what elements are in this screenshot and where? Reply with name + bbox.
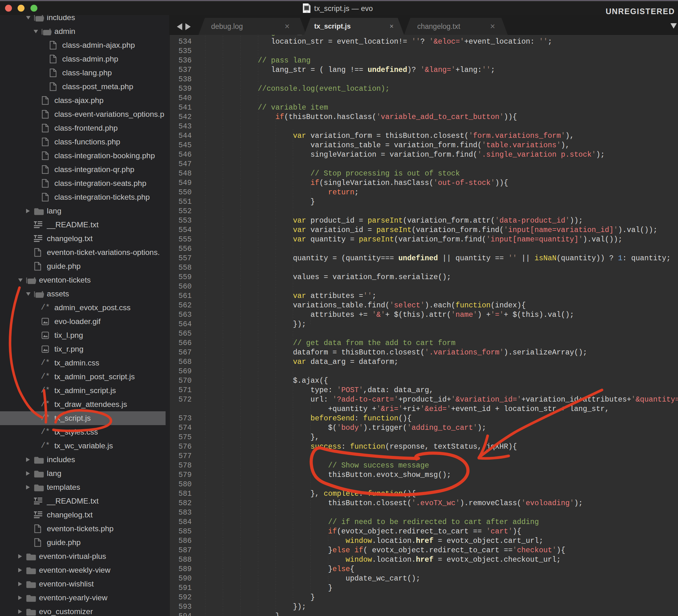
svg-text:JS: JS: [306, 11, 308, 13]
